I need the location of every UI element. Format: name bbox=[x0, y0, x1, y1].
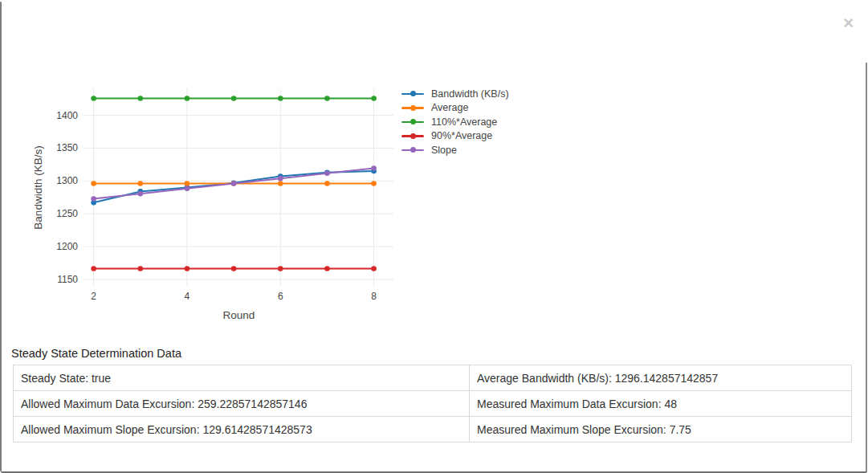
measured-data-excursion-cell: Measured Maximum Data Excursion: 48 bbox=[470, 391, 852, 417]
data-point bbox=[371, 96, 377, 101]
y-tick-label: 1400 bbox=[56, 110, 78, 121]
allowed-slope-excursion-cell: Allowed Maximum Slope Excursion: 129.614… bbox=[14, 417, 470, 442]
data-point bbox=[278, 176, 283, 181]
data-point bbox=[185, 186, 190, 192]
data-point bbox=[371, 181, 377, 186]
table-row: Steady State: true Average Bandwidth (KB… bbox=[14, 365, 852, 391]
data-point bbox=[91, 96, 96, 101]
series-bandwidth-kb-s- bbox=[91, 169, 377, 206]
y-tick-label: 1250 bbox=[56, 208, 78, 219]
series-90-average bbox=[91, 266, 377, 271]
data-point bbox=[231, 96, 237, 101]
legend-label: 110%*Average bbox=[431, 116, 497, 128]
data-point bbox=[137, 266, 143, 271]
series-110-average bbox=[91, 96, 377, 101]
x-tick-label: 2 bbox=[91, 291, 96, 302]
y-tick-label: 1150 bbox=[57, 274, 78, 285]
legend-item-bandwidth-kb-s-[interactable]: Bandwidth (KB/s) bbox=[401, 87, 509, 101]
table-row: Allowed Maximum Data Excursion: 259.2285… bbox=[14, 391, 852, 417]
chart-legend: Bandwidth (KB/s)Average110%*Average90%*A… bbox=[401, 87, 509, 157]
data-point bbox=[231, 181, 237, 186]
section-title: Steady State Determination Data bbox=[11, 347, 868, 360]
data-point bbox=[185, 181, 190, 186]
x-tick-label: 8 bbox=[371, 291, 377, 302]
y-tick-label: 1200 bbox=[56, 241, 78, 252]
data-point bbox=[137, 181, 143, 186]
y-axis-title: Bandwidth (KB/s) bbox=[32, 145, 44, 229]
legend-item-90-average[interactable]: 90%*Average bbox=[401, 129, 509, 144]
chart-gridlines bbox=[84, 88, 393, 287]
data-point bbox=[185, 96, 190, 101]
measured-slope-excursion-cell: Measured Maximum Slope Excursion: 7.75 bbox=[470, 417, 852, 442]
legend-line-marker-icon bbox=[401, 133, 424, 139]
steady-state-table: Steady State: true Average Bandwidth (KB… bbox=[13, 365, 852, 442]
steady-state-section: Steady State Determination Data Steady S… bbox=[0, 347, 868, 442]
data-point bbox=[324, 171, 330, 177]
data-point bbox=[137, 191, 143, 197]
legend-label: Slope bbox=[431, 145, 457, 156]
steady-state-cell: Steady State: true bbox=[14, 365, 470, 391]
data-point bbox=[278, 181, 283, 186]
legend-item-average[interactable]: Average bbox=[401, 101, 509, 116]
bandwidth-chart[interactable]: 1150120012501300135014002468Bandwidth (K… bbox=[24, 68, 554, 337]
data-point bbox=[91, 266, 96, 271]
legend-label: Average bbox=[431, 102, 468, 113]
data-point bbox=[324, 181, 330, 186]
y-tick-label: 1300 bbox=[56, 175, 78, 186]
x-tick-label: 6 bbox=[278, 291, 283, 302]
x-axis-title: Round bbox=[223, 309, 255, 321]
legend-item-slope[interactable]: Slope bbox=[401, 143, 509, 157]
legend-label: Bandwidth (KB/s) bbox=[431, 88, 509, 100]
allowed-data-excursion-cell: Allowed Maximum Data Excursion: 259.2285… bbox=[14, 391, 470, 417]
data-point bbox=[371, 266, 377, 271]
table-row: Allowed Maximum Slope Excursion: 129.614… bbox=[14, 417, 852, 442]
data-point bbox=[324, 266, 330, 271]
data-point bbox=[185, 266, 190, 271]
data-point bbox=[278, 266, 283, 271]
average-bandwidth-cell: Average Bandwidth (KB/s): 1296.142857142… bbox=[470, 365, 852, 391]
data-point bbox=[91, 181, 96, 186]
legend-line-marker-icon bbox=[401, 91, 424, 97]
data-point bbox=[91, 196, 96, 202]
data-point bbox=[137, 96, 143, 101]
legend-line-marker-icon bbox=[401, 104, 424, 111]
y-tick-label: 1350 bbox=[56, 142, 78, 153]
data-point bbox=[278, 96, 283, 101]
legend-line-marker-icon bbox=[401, 147, 424, 153]
data-point bbox=[371, 165, 377, 171]
x-tick-label: 4 bbox=[185, 291, 190, 302]
chart-tick-labels: 1150120012501300135014002468 bbox=[56, 110, 377, 302]
legend-item-110-average[interactable]: 110%*Average bbox=[401, 115, 509, 129]
legend-line-marker-icon bbox=[401, 119, 424, 125]
data-point bbox=[231, 266, 237, 271]
legend-label: 90%*Average bbox=[431, 130, 492, 141]
data-point bbox=[324, 96, 330, 101]
close-icon[interactable]: × bbox=[843, 14, 854, 32]
